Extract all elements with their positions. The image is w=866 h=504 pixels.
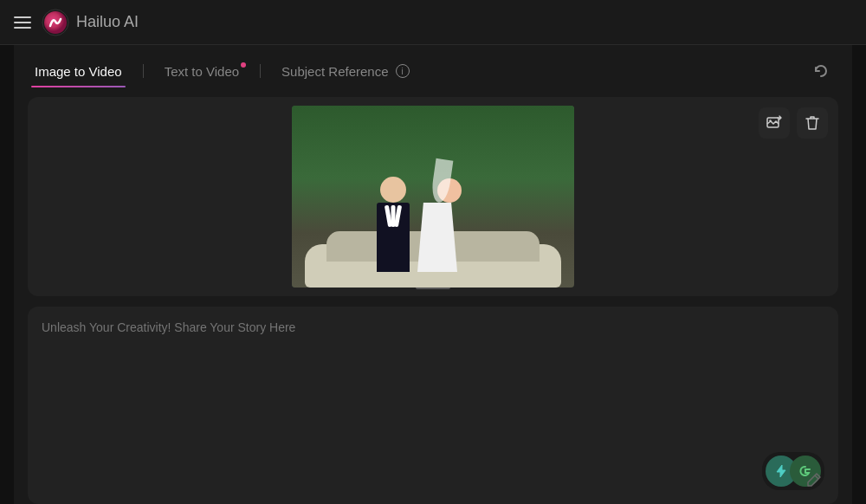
right-sidebar-strip [852,45,866,504]
prompt-actions [42,445,824,490]
tab-image-to-video[interactable]: Image to Video [31,57,126,86]
photo-simulation [292,106,574,288]
tab-divider-2 [260,64,261,78]
image-replace-icon [766,115,782,131]
prompt-area [28,307,838,504]
image-tools [759,107,828,139]
image-upload-area [28,97,838,296]
tab-divider-1 [143,64,144,78]
info-icon[interactable]: i [396,64,410,78]
delete-image-button[interactable] [797,107,828,139]
trash-icon [805,115,819,131]
hailuo-logo-icon [42,9,69,36]
pen-icon [806,472,822,488]
pen-button[interactable] [804,469,824,490]
refresh-icon [812,62,830,80]
refresh-button[interactable] [807,57,835,85]
lightning-icon [773,463,789,479]
tab-new-dot [241,62,246,68]
svg-point-3 [769,120,771,121]
menu-button[interactable] [14,16,31,29]
sidebar-strip [0,45,14,504]
main-layout: Image to Video Text to Video Subject Ref… [0,45,866,504]
tabs-bar: Image to Video Text to Video Subject Ref… [28,45,838,97]
tab-subject-reference[interactable]: Subject Reference i [278,57,412,86]
prompt-input[interactable] [42,320,824,445]
replace-image-button[interactable] [759,107,790,139]
header-left: Hailuo AI [14,9,139,36]
tab-text-to-video[interactable]: Text to Video [161,57,242,86]
app-header: Hailuo AI [0,0,866,45]
content-area: Image to Video Text to Video Subject Ref… [14,45,852,504]
logo: Hailuo AI [42,9,139,36]
uploaded-image [292,106,574,288]
app-name: Hailuo AI [76,13,139,31]
